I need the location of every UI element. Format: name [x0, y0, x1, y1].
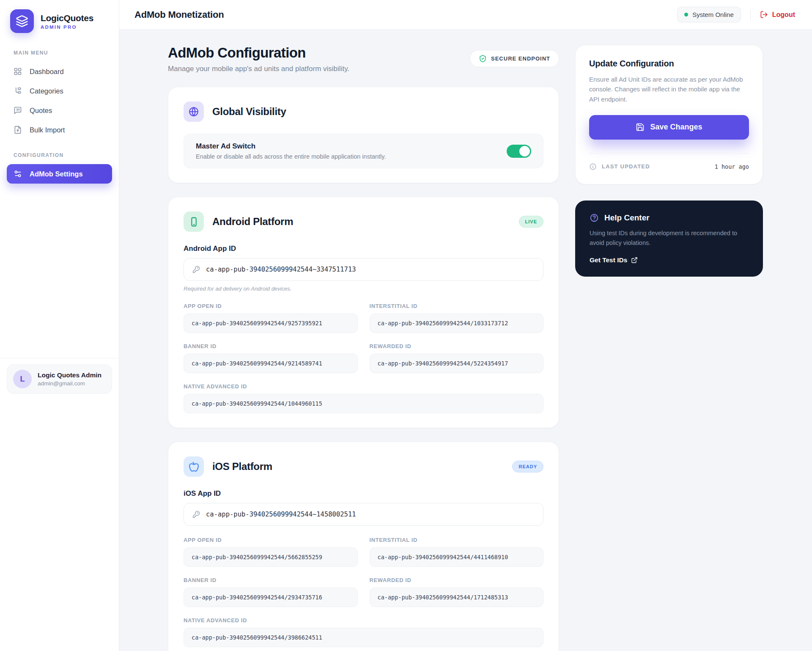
- ios-platform-title: iOS Platform: [212, 461, 272, 472]
- user-profile-card[interactable]: L Logic Quotes Admin admin@gmail.com: [7, 364, 112, 394]
- ios-app-id-label: iOS App ID: [184, 489, 543, 498]
- android-live-badge: LIVE: [519, 216, 543, 228]
- apple-icon: [184, 456, 204, 477]
- layers-icon: [16, 15, 28, 27]
- global-visibility-title: Global Visibility: [212, 106, 286, 118]
- sidebar-item-quotes[interactable]: Quotes: [7, 101, 112, 120]
- globe-icon: [184, 102, 204, 122]
- quote-bubble-icon: [14, 106, 22, 115]
- android-interstitial-id-input[interactable]: [370, 313, 544, 333]
- ios-interstitial-id-label: INTERSTITIAL ID: [370, 537, 544, 543]
- ios-rewarded-id-input[interactable]: [370, 588, 544, 607]
- brand-name: LogicQuotes: [41, 13, 93, 23]
- get-test-ids-label: Get Test IDs: [590, 256, 627, 264]
- android-native-advanced-id-input[interactable]: [184, 394, 543, 413]
- sidebar-item-label: Quotes: [30, 107, 52, 115]
- dashboard-grid-icon: [14, 67, 22, 76]
- brand-logo: [10, 9, 34, 33]
- master-ad-switch-title: Master Ad Switch: [196, 142, 386, 151]
- update-configuration-desc: Ensure all Ad Unit IDs are accurate as p…: [589, 74, 749, 104]
- ios-rewarded-id-label: REWARDED ID: [370, 577, 544, 583]
- last-updated-label: LAST UPDATED: [602, 163, 650, 170]
- system-status-label: System Online: [692, 11, 734, 18]
- ios-banner-id-label: BANNER ID: [184, 577, 358, 583]
- android-rewarded-id-input[interactable]: [370, 354, 544, 373]
- key-icon: [192, 266, 200, 273]
- logout-label: Logout: [772, 11, 795, 19]
- android-app-id-field: [184, 258, 543, 281]
- key-icon: [192, 511, 200, 518]
- page-title: AdMob Configuration: [168, 45, 349, 61]
- topbar: AdMob Monetization System Online Logout: [119, 0, 812, 30]
- ios-interstitial-id-input[interactable]: [370, 547, 544, 567]
- last-updated-value: 1 hour ago: [715, 163, 749, 170]
- header-divider: [750, 9, 751, 20]
- ios-native-advanced-id-input[interactable]: [184, 628, 543, 647]
- help-center-desc: Using test IDs during development is rec…: [590, 228, 749, 248]
- master-ad-switch-row: Master Ad Switch Enable or disable all a…: [184, 134, 543, 168]
- android-banner-id-label: BANNER ID: [184, 343, 358, 349]
- smartphone-icon: [184, 212, 204, 232]
- sidebar-item-label: Bulk Import: [30, 126, 65, 134]
- main-nav: MAIN MENU Dashboard Categories Quotes: [0, 37, 119, 184]
- ios-ready-badge: READY: [512, 461, 543, 472]
- system-status-badge: System Online: [677, 7, 741, 22]
- save-changes-button[interactable]: Save Changes: [589, 115, 749, 140]
- panel-divider: [589, 153, 749, 154]
- ios-app-open-id-input[interactable]: [184, 547, 358, 567]
- main-menu-label: MAIN MENU: [7, 37, 112, 62]
- sidebar-item-dashboard[interactable]: Dashboard: [7, 62, 112, 81]
- android-app-id-helper: Required for ad delivery on Android devi…: [184, 286, 543, 292]
- android-platform-card: Android Platform LIVE Android App ID Req…: [168, 197, 559, 428]
- sidebar-item-bulk-import[interactable]: Bulk Import: [7, 120, 112, 140]
- ios-app-id-field: [184, 503, 543, 526]
- global-visibility-card: Global Visibility Master Ad Switch Enabl…: [168, 87, 559, 183]
- sidebar-item-label: AdMob Settings: [30, 170, 83, 178]
- configuration-label: CONFIGURATION: [7, 140, 112, 164]
- brand-tagline: ADMIN PRO: [41, 25, 93, 30]
- user-email: admin@gmail.com: [38, 380, 102, 387]
- sidebar-item-label: Dashboard: [30, 68, 64, 76]
- get-test-ids-link[interactable]: Get Test IDs: [590, 256, 638, 264]
- logout-button[interactable]: Logout: [760, 11, 795, 19]
- topbar-title: AdMob Monetization: [134, 9, 224, 20]
- android-banner-id-input[interactable]: [184, 354, 358, 373]
- avatar: L: [13, 370, 32, 388]
- android-app-id-label: Android App ID: [184, 244, 543, 253]
- ios-banner-id-input[interactable]: [184, 588, 358, 607]
- content-area: AdMob Configuration Manage your mobile a…: [119, 30, 812, 651]
- category-tree-icon: [14, 87, 22, 95]
- android-platform-title: Android Platform: [212, 216, 293, 228]
- ios-native-advanced-id-label: NATIVE ADVANCED ID: [184, 617, 543, 624]
- sidebar-item-admob-settings[interactable]: AdMob Settings: [7, 164, 112, 184]
- android-app-id-input[interactable]: [206, 266, 535, 273]
- android-app-open-id-input[interactable]: [184, 313, 358, 333]
- info-icon: [589, 163, 597, 170]
- logout-icon: [760, 11, 768, 19]
- online-dot-icon: [684, 13, 688, 16]
- file-upload-icon: [14, 126, 22, 134]
- save-changes-label: Save Changes: [650, 123, 702, 132]
- master-ad-switch-desc: Enable or disable all ads across the ent…: [196, 153, 386, 160]
- update-configuration-title: Update Configuration: [589, 59, 749, 69]
- ios-app-open-id-label: APP OPEN ID: [184, 537, 358, 543]
- external-link-icon: [631, 257, 638, 264]
- help-circle-icon: [590, 213, 599, 222]
- android-app-open-id-label: APP OPEN ID: [184, 303, 358, 309]
- toggle-knob-icon: [519, 146, 530, 157]
- shield-check-icon: [479, 55, 487, 63]
- master-ad-switch-toggle[interactable]: [507, 145, 531, 158]
- secure-endpoint-label: SECURE ENDPOINT: [491, 55, 550, 62]
- save-icon: [636, 123, 645, 132]
- sliders-icon: [14, 170, 22, 178]
- sidebar-item-label: Categories: [30, 87, 63, 95]
- secure-endpoint-badge: SECURE ENDPOINT: [470, 50, 559, 67]
- android-rewarded-id-label: REWARDED ID: [370, 343, 544, 349]
- ios-app-id-input[interactable]: [206, 511, 535, 518]
- sidebar-item-categories[interactable]: Categories: [7, 81, 112, 101]
- page-subtitle: Manage your mobile app's ad units and pl…: [168, 65, 349, 73]
- help-center-title: Help Center: [604, 213, 650, 222]
- android-interstitial-id-label: INTERSTITIAL ID: [370, 303, 544, 309]
- user-name: Logic Quotes Admin: [38, 371, 102, 379]
- sidebar: LogicQuotes ADMIN PRO MAIN MENU Dashboar…: [0, 0, 119, 651]
